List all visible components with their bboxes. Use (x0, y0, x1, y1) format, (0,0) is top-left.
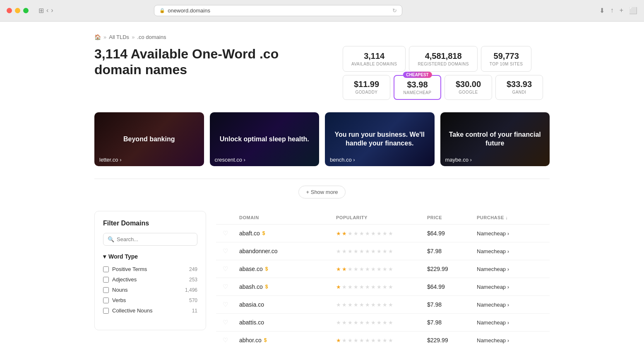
purchase-link[interactable]: Namecheap › (477, 248, 543, 254)
filter-checkbox-adjectives[interactable] (103, 277, 109, 283)
filter-checkbox-positive-terms[interactable] (103, 266, 109, 272)
purchase-link[interactable]: Namecheap › (477, 266, 543, 272)
table-header: DOMAINPOPULARITYPRICEPURCHASE ↓ (216, 211, 550, 225)
filter-section-header-word-type[interactable]: ▾ Word Type (103, 253, 197, 260)
star: ★ (342, 284, 347, 290)
star: ★ (359, 337, 364, 344)
filter-item-label: Collective Nouns (112, 307, 189, 314)
star: ★ (342, 230, 347, 237)
filter-item[interactable]: Positive Terms 249 (103, 264, 197, 274)
site-card[interactable]: You run your business. We'll handle your… (325, 112, 435, 166)
filter-item-count: 249 (189, 266, 197, 272)
purchase-link[interactable]: Namecheap › (477, 301, 543, 308)
star: ★ (336, 248, 341, 254)
filter-section-label: Word Type (108, 253, 138, 260)
sidebar-toggle-icon[interactable]: ⊞ (38, 7, 44, 15)
nav-icons: ⊞ ‹ › (38, 7, 53, 15)
maximize-button[interactable] (23, 8, 29, 13)
search-box[interactable]: 🔍 (103, 233, 197, 246)
price-vendor: NAMECHEAP (401, 90, 434, 95)
purchase-link[interactable]: Namecheap › (477, 319, 543, 326)
stats-row: 3,114 AVAILABLE DOMAINS 4,581,818 REGIST… (343, 46, 550, 72)
breadcrumb-all-tlds[interactable]: All TLDs (109, 34, 129, 40)
forward-icon[interactable]: › (51, 7, 53, 15)
star: ★ (382, 337, 387, 344)
filter-item-count: 253 (189, 277, 197, 283)
favorite-button[interactable]: ♡ (223, 283, 228, 290)
tabs-icon[interactable]: ⬜ (629, 7, 637, 15)
vendor-link[interactable]: Namecheap › (477, 337, 509, 344)
purchase-link[interactable]: Namecheap › (477, 283, 543, 290)
star: ★ (348, 266, 353, 272)
site-card[interactable]: Take control of your financial future ma… (440, 112, 550, 166)
price-card-godaddy[interactable]: $11.99 GODADDY (343, 75, 390, 100)
vendor-link[interactable]: Namecheap › (477, 284, 509, 290)
vendor-link[interactable]: Namecheap › (477, 302, 509, 308)
domain-price: $64.99 (427, 230, 477, 237)
star: ★ (382, 302, 387, 308)
star: ★ (365, 266, 370, 272)
site-card-text: Beyond banking (117, 128, 181, 150)
purchase-link[interactable]: Namecheap › (477, 337, 543, 344)
filter-item-count: 11 (192, 308, 197, 314)
popularity-stars: ★★★★★★★★★★ (336, 302, 427, 308)
filter-item[interactable]: Collective Nouns 11 (103, 305, 197, 316)
favorite-button[interactable]: ♡ (223, 265, 228, 273)
star: ★ (336, 266, 341, 272)
filter-checkbox-verbs[interactable] (103, 298, 109, 303)
vendor-link[interactable]: Namecheap › (477, 248, 509, 254)
filter-item[interactable]: Verbs 570 (103, 295, 197, 305)
filter-checkbox-nouns[interactable] (103, 287, 109, 293)
domain-price: $229.99 (427, 266, 477, 272)
purchase-link[interactable]: Namecheap › (477, 230, 543, 237)
star: ★ (365, 337, 370, 344)
star: ★ (353, 337, 358, 344)
site-card[interactable]: Unlock optimal sleep health. crescent.co… (210, 112, 320, 166)
home-icon[interactable]: 🏠 (94, 34, 101, 40)
domain-text[interactable]: abhor.co (239, 337, 262, 344)
site-card[interactable]: Beyond banking letter.co › (94, 112, 204, 166)
domain-text[interactable]: abasia.co (239, 301, 264, 308)
table-header-cell[interactable]: PURCHASE ↓ (477, 215, 543, 220)
star: ★ (388, 266, 393, 272)
domain-text[interactable]: abaft.co (239, 230, 260, 237)
domain-text[interactable]: abattis.co (239, 319, 264, 326)
popularity-stars: ★★★★★★★★★★ (336, 284, 427, 290)
star: ★ (342, 302, 347, 308)
show-more-button[interactable]: + Show more (298, 186, 346, 198)
star: ★ (382, 248, 387, 254)
dollar-icon: $ (264, 337, 267, 343)
vendor-link[interactable]: Namecheap › (477, 319, 509, 326)
table-header-cell: PRICE (427, 215, 477, 220)
search-input[interactable] (117, 236, 193, 242)
favorite-button[interactable]: ♡ (223, 230, 228, 237)
domain-text[interactable]: abash.co (239, 283, 263, 290)
favorite-button[interactable]: ♡ (223, 336, 228, 344)
favorite-button[interactable]: ♡ (223, 319, 228, 326)
star: ★ (388, 319, 393, 326)
minimize-button[interactable] (15, 8, 20, 13)
table-header-cell: POPULARITY (336, 215, 427, 220)
price-card-gandi[interactable]: $33.93 GANDI (495, 75, 543, 100)
share-icon[interactable]: ↑ (610, 7, 614, 15)
back-icon[interactable]: ‹ (46, 7, 48, 15)
price-card-namecheap[interactable]: CHEAPEST$3.98 NAMECHEAP (394, 75, 441, 100)
domain-text[interactable]: abase.co (239, 266, 263, 272)
vendor-link[interactable]: Namecheap › (477, 266, 509, 272)
popularity-stars: ★★★★★★★★★★ (336, 230, 427, 237)
popularity-stars: ★★★★★★★★★★ (336, 266, 427, 272)
new-tab-icon[interactable]: + (620, 7, 623, 15)
reload-icon[interactable]: ↻ (392, 7, 397, 14)
vendor-link[interactable]: Namecheap › (477, 230, 509, 237)
close-button[interactable] (7, 8, 12, 13)
favorite-button[interactable]: ♡ (223, 301, 228, 308)
address-bar[interactable]: 🔒 oneword.domains ↻ (154, 5, 402, 16)
filter-item[interactable]: Nouns 1,496 (103, 285, 197, 295)
favorite-button[interactable]: ♡ (223, 247, 228, 255)
download-icon[interactable]: ⬇ (599, 7, 605, 15)
star: ★ (377, 302, 382, 308)
price-card-google[interactable]: $30.00 GOOGLE (445, 75, 492, 100)
domain-text[interactable]: abandonner.co (239, 248, 278, 254)
filter-checkbox-collective-nouns[interactable] (103, 308, 109, 314)
filter-item[interactable]: Adjectives 253 (103, 274, 197, 285)
